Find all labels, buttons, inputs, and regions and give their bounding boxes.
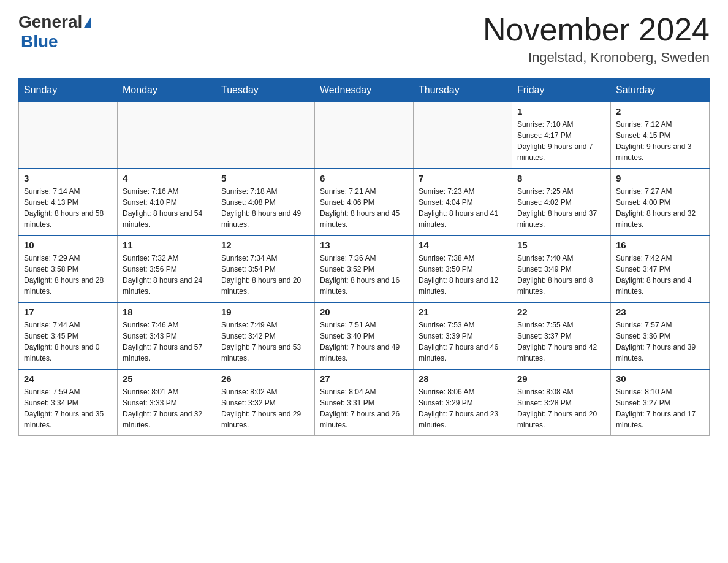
day-number: 10 (24, 240, 112, 250)
day-number: 6 (320, 173, 408, 183)
calendar-header-tuesday: Tuesday (216, 79, 315, 102)
day-number: 16 (616, 240, 704, 250)
day-number: 13 (320, 240, 408, 250)
day-number: 17 (24, 307, 112, 317)
calendar-cell: 3Sunrise: 7:14 AM Sunset: 4:13 PM Daylig… (19, 169, 118, 236)
day-info: Sunrise: 7:21 AM Sunset: 4:06 PM Dayligh… (320, 186, 408, 230)
calendar-cell: 1Sunrise: 7:10 AM Sunset: 4:17 PM Daylig… (512, 102, 611, 169)
calendar-cell: 27Sunrise: 8:04 AM Sunset: 3:31 PM Dayli… (315, 369, 414, 436)
calendar-cell: 8Sunrise: 7:25 AM Sunset: 4:02 PM Daylig… (512, 169, 611, 236)
day-info: Sunrise: 7:53 AM Sunset: 3:39 PM Dayligh… (419, 320, 507, 364)
week-row-2: 3Sunrise: 7:14 AM Sunset: 4:13 PM Daylig… (19, 169, 710, 236)
calendar-cell: 12Sunrise: 7:34 AM Sunset: 3:54 PM Dayli… (216, 236, 315, 302)
day-number: 2 (616, 106, 704, 117)
day-number: 26 (221, 373, 309, 384)
day-number: 8 (517, 173, 605, 183)
day-info: Sunrise: 7:34 AM Sunset: 3:54 PM Dayligh… (221, 253, 309, 297)
month-title: November 2024 (483, 12, 710, 47)
day-number: 18 (123, 307, 211, 317)
calendar-cell: 14Sunrise: 7:38 AM Sunset: 3:50 PM Dayli… (414, 236, 512, 302)
day-info: Sunrise: 7:16 AM Sunset: 4:10 PM Dayligh… (123, 186, 211, 230)
day-info: Sunrise: 8:02 AM Sunset: 3:32 PM Dayligh… (221, 386, 309, 431)
location-title: Ingelstad, Kronoberg, Sweden (483, 50, 710, 66)
day-info: Sunrise: 7:55 AM Sunset: 3:37 PM Dayligh… (517, 320, 605, 364)
day-number: 29 (517, 373, 605, 384)
day-number: 12 (221, 240, 309, 250)
day-info: Sunrise: 7:46 AM Sunset: 3:43 PM Dayligh… (123, 320, 211, 364)
calendar-cell (414, 102, 512, 169)
calendar-cell: 2Sunrise: 7:12 AM Sunset: 4:15 PM Daylig… (611, 102, 710, 169)
week-row-1: 1Sunrise: 7:10 AM Sunset: 4:17 PM Daylig… (19, 102, 710, 169)
day-info: Sunrise: 7:38 AM Sunset: 3:50 PM Dayligh… (419, 253, 507, 297)
calendar-header-sunday: Sunday (19, 79, 118, 102)
calendar-cell: 6Sunrise: 7:21 AM Sunset: 4:06 PM Daylig… (315, 169, 414, 236)
day-number: 22 (517, 307, 605, 317)
day-number: 4 (123, 173, 211, 183)
day-number: 20 (320, 307, 408, 317)
calendar-cell: 19Sunrise: 7:49 AM Sunset: 3:42 PM Dayli… (216, 302, 315, 369)
calendar-header-monday: Monday (118, 79, 216, 102)
calendar-cell: 20Sunrise: 7:51 AM Sunset: 3:40 PM Dayli… (315, 302, 414, 369)
title-section: November 2024 Ingelstad, Kronoberg, Swed… (483, 12, 710, 66)
calendar-cell: 11Sunrise: 7:32 AM Sunset: 3:56 PM Dayli… (118, 236, 216, 302)
calendar-cell: 28Sunrise: 8:06 AM Sunset: 3:29 PM Dayli… (414, 369, 512, 436)
calendar-cell: 26Sunrise: 8:02 AM Sunset: 3:32 PM Dayli… (216, 369, 315, 436)
calendar-cell: 17Sunrise: 7:44 AM Sunset: 3:45 PM Dayli… (19, 302, 118, 369)
day-info: Sunrise: 7:12 AM Sunset: 4:15 PM Dayligh… (616, 119, 704, 163)
day-number: 15 (517, 240, 605, 250)
logo-general-text: General (18, 12, 82, 32)
page-header: General Blue November 2024 Ingelstad, Kr… (18, 12, 710, 66)
calendar-cell: 23Sunrise: 7:57 AM Sunset: 3:36 PM Dayli… (611, 302, 710, 369)
day-number: 7 (419, 173, 507, 183)
day-info: Sunrise: 7:51 AM Sunset: 3:40 PM Dayligh… (320, 320, 408, 364)
week-row-5: 24Sunrise: 7:59 AM Sunset: 3:34 PM Dayli… (19, 369, 710, 436)
day-number: 28 (419, 373, 507, 384)
day-info: Sunrise: 7:44 AM Sunset: 3:45 PM Dayligh… (24, 320, 112, 364)
calendar-header-friday: Friday (512, 79, 611, 102)
calendar-cell: 16Sunrise: 7:42 AM Sunset: 3:47 PM Dayli… (611, 236, 710, 302)
calendar-cell: 9Sunrise: 7:27 AM Sunset: 4:00 PM Daylig… (611, 169, 710, 236)
calendar-cell (118, 102, 216, 169)
calendar-header-wednesday: Wednesday (315, 79, 414, 102)
calendar-cell: 4Sunrise: 7:16 AM Sunset: 4:10 PM Daylig… (118, 169, 216, 236)
day-info: Sunrise: 8:08 AM Sunset: 3:28 PM Dayligh… (517, 386, 605, 431)
day-number: 11 (123, 240, 211, 250)
calendar-cell: 13Sunrise: 7:36 AM Sunset: 3:52 PM Dayli… (315, 236, 414, 302)
calendar-cell: 10Sunrise: 7:29 AM Sunset: 3:58 PM Dayli… (19, 236, 118, 302)
calendar-cell: 5Sunrise: 7:18 AM Sunset: 4:08 PM Daylig… (216, 169, 315, 236)
calendar-header-saturday: Saturday (611, 79, 710, 102)
day-info: Sunrise: 7:42 AM Sunset: 3:47 PM Dayligh… (616, 253, 704, 297)
calendar-cell: 24Sunrise: 7:59 AM Sunset: 3:34 PM Dayli… (19, 369, 118, 436)
calendar-cell (19, 102, 118, 169)
day-number: 30 (616, 373, 704, 384)
day-number: 23 (616, 307, 704, 317)
calendar-table: SundayMondayTuesdayWednesdayThursdayFrid… (18, 78, 710, 436)
logo-triangle-icon (84, 17, 91, 28)
logo: General Blue (18, 12, 91, 52)
calendar-cell: 21Sunrise: 7:53 AM Sunset: 3:39 PM Dayli… (414, 302, 512, 369)
day-info: Sunrise: 7:27 AM Sunset: 4:00 PM Dayligh… (616, 186, 704, 230)
day-info: Sunrise: 8:04 AM Sunset: 3:31 PM Dayligh… (320, 386, 408, 431)
day-info: Sunrise: 7:18 AM Sunset: 4:08 PM Dayligh… (221, 186, 309, 230)
day-number: 19 (221, 307, 309, 317)
day-number: 3 (24, 173, 112, 183)
day-number: 27 (320, 373, 408, 384)
week-row-4: 17Sunrise: 7:44 AM Sunset: 3:45 PM Dayli… (19, 302, 710, 369)
day-number: 21 (419, 307, 507, 317)
day-info: Sunrise: 7:29 AM Sunset: 3:58 PM Dayligh… (24, 253, 112, 297)
calendar-cell: 18Sunrise: 7:46 AM Sunset: 3:43 PM Dayli… (118, 302, 216, 369)
day-number: 24 (24, 373, 112, 384)
calendar-cell (315, 102, 414, 169)
calendar-cell: 7Sunrise: 7:23 AM Sunset: 4:04 PM Daylig… (414, 169, 512, 236)
day-info: Sunrise: 7:49 AM Sunset: 3:42 PM Dayligh… (221, 320, 309, 364)
day-info: Sunrise: 7:32 AM Sunset: 3:56 PM Dayligh… (123, 253, 211, 297)
calendar-header-thursday: Thursday (414, 79, 512, 102)
day-info: Sunrise: 7:10 AM Sunset: 4:17 PM Dayligh… (517, 119, 605, 163)
day-info: Sunrise: 7:14 AM Sunset: 4:13 PM Dayligh… (24, 186, 112, 230)
calendar-cell: 22Sunrise: 7:55 AM Sunset: 3:37 PM Dayli… (512, 302, 611, 369)
day-number: 5 (221, 173, 309, 183)
week-row-3: 10Sunrise: 7:29 AM Sunset: 3:58 PM Dayli… (19, 236, 710, 302)
calendar-header-row: SundayMondayTuesdayWednesdayThursdayFrid… (19, 79, 710, 102)
day-info: Sunrise: 7:23 AM Sunset: 4:04 PM Dayligh… (419, 186, 507, 230)
day-info: Sunrise: 8:01 AM Sunset: 3:33 PM Dayligh… (123, 386, 211, 431)
